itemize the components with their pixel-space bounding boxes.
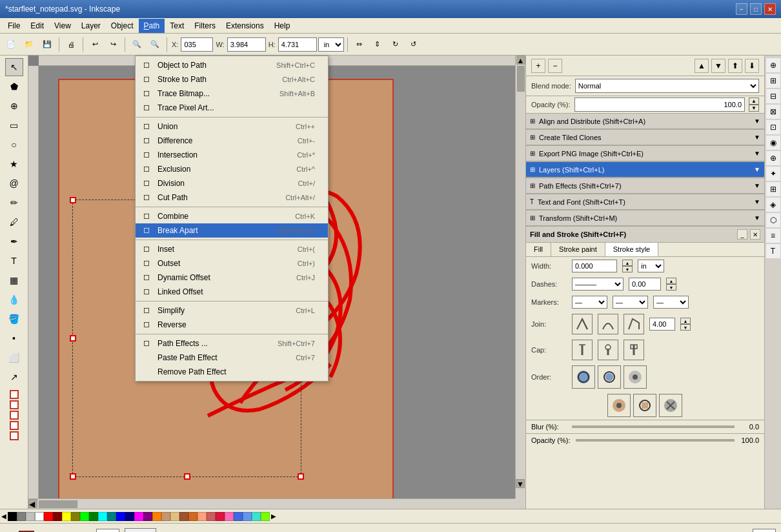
color-lawn-green[interactable] <box>261 512 270 521</box>
tab-stroke-paint[interactable]: Stroke paint <box>551 243 605 256</box>
join-spin-down[interactable]: ▼ <box>680 324 691 331</box>
snap-icon-11[interactable]: ⬡ <box>766 213 780 227</box>
save-button[interactable]: 💾 <box>39 36 56 53</box>
color-royal-blue[interactable] <box>234 512 243 521</box>
color-teal[interactable] <box>107 512 116 521</box>
menu-item-inset[interactable]: ◻ Inset Ctrl+( <box>136 242 328 256</box>
pen-tool[interactable]: 🖊 <box>5 213 23 231</box>
palette-scroll-right[interactable]: ▶ <box>270 511 278 521</box>
open-button[interactable]: 📁 <box>21 36 37 53</box>
fill-stroke-minimize[interactable]: _ <box>737 229 747 240</box>
paint-bucket-tool[interactable]: 🪣 <box>5 310 23 328</box>
dashes-value-input[interactable] <box>629 278 661 291</box>
lines-select[interactable]: -lines <box>125 528 156 533</box>
tab-fill[interactable]: Fill <box>526 243 551 256</box>
dashes-spin-up[interactable]: ▲ <box>666 278 676 284</box>
menu-item-remove-path-effect[interactable]: Remove Path Effect <box>136 365 328 379</box>
snap-icon-2[interactable]: ⊞ <box>766 74 780 88</box>
redo-button[interactable]: ↪ <box>105 36 121 53</box>
menu-item-reverse[interactable]: ◻ Reverse <box>136 318 328 332</box>
select-tool[interactable]: ↖ <box>5 58 23 76</box>
menu-item-cut-path[interactable]: ◻ Cut Path Ctrl+Alt+/ <box>136 190 328 205</box>
order-fill-stroke-button[interactable] <box>572 365 595 389</box>
sel-handle-br[interactable] <box>298 473 304 480</box>
eyedropper-tool[interactable]: 💧 <box>5 291 23 309</box>
canvas-scrollbar-vertical[interactable]: ▲ ▼ <box>515 56 525 498</box>
menu-item-outset[interactable]: ◻ Outset Ctrl+) <box>136 256 328 271</box>
opacity-input[interactable] <box>574 97 745 112</box>
gradient-tool[interactable]: ▦ <box>5 271 23 289</box>
color-green[interactable] <box>89 512 98 521</box>
color-blue[interactable] <box>116 512 125 521</box>
flip-v-button[interactable]: ⇕ <box>369 36 386 53</box>
snap-icon-4[interactable]: ⊠ <box>766 105 780 119</box>
layer-to-top-button[interactable]: ⬆ <box>728 59 742 73</box>
add-layer-button[interactable]: + <box>531 59 545 73</box>
rect-tool[interactable]: ▭ <box>5 116 23 134</box>
scroll-up-button[interactable]: ▲ <box>516 56 525 65</box>
print-button[interactable]: 🖨 <box>63 36 79 53</box>
tiled-clones-header[interactable]: ⊞ Create Tiled Clones ▼ <box>526 130 764 145</box>
menu-item-division[interactable]: ◻ Division Ctrl+/ <box>136 176 328 190</box>
text-tool[interactable]: T <box>5 252 23 270</box>
width-unit-select[interactable]: inpxmm <box>638 260 664 272</box>
markers-mid-select[interactable]: — <box>613 296 648 309</box>
menu-item-paste-path-effect[interactable]: Paste Path Effect Ctrl+7 <box>136 351 328 365</box>
menu-item-trace-pixel[interactable]: ◻ Trace Pixel Art... <box>136 101 328 115</box>
snap-icon-13[interactable]: T <box>766 244 780 258</box>
menu-view[interactable]: View <box>49 19 76 33</box>
menu-item-simplify[interactable]: ◻ Simplify Ctrl+L <box>136 303 328 318</box>
scroll-left-button[interactable]: ◀ <box>28 499 37 508</box>
palette-scroll-left[interactable]: ◀ <box>0 511 8 521</box>
menu-item-difference[interactable]: ◻ Difference Ctrl+- <box>136 134 328 148</box>
width-spin-down[interactable]: ▼ <box>622 266 633 272</box>
snap-icon-12[interactable]: ≡ <box>766 229 780 243</box>
spray-tool[interactable]: • <box>5 329 23 347</box>
color-cornflower[interactable] <box>243 512 252 521</box>
zoom-out-button[interactable]: 🔍 <box>147 36 163 53</box>
align-distribute-header[interactable]: ⊞ Align and Distribute (Shift+Ctrl+A) ▼ <box>526 114 764 129</box>
menu-text[interactable]: Text <box>165 19 189 33</box>
flip-h-button[interactable]: ⇔ <box>351 36 368 53</box>
menu-item-path-effects[interactable]: ◻ Path Effects ... Shift+Ctrl+7 <box>136 336 328 351</box>
color-lime[interactable] <box>80 512 89 521</box>
snap-icon-6[interactable]: ◉ <box>766 136 780 150</box>
opacity-bottom-slider[interactable] <box>576 439 735 442</box>
menu-item-stroke-to-path[interactable]: ◻ Stroke to Path Ctrl+Alt+C <box>136 72 328 87</box>
order-stroke-fill-button[interactable] <box>598 365 621 389</box>
color-sienna[interactable] <box>179 512 188 521</box>
path-effects-header[interactable]: ⊞ Path Effects (Shift+Ctrl+7) ▼ <box>526 178 764 194</box>
color-magenta[interactable] <box>134 512 143 521</box>
order-btn-4[interactable] <box>607 394 631 417</box>
opacity-down[interactable]: ▼ <box>749 105 759 112</box>
menu-layer[interactable]: Layer <box>76 19 106 33</box>
color-red[interactable] <box>44 512 53 521</box>
width-spin-up[interactable]: ▲ <box>622 260 633 266</box>
cap-round-button[interactable] <box>598 340 618 360</box>
snap-icon-7[interactable]: ⊕ <box>766 151 780 165</box>
color-black[interactable] <box>8 512 17 521</box>
sel-handle-ml[interactable] <box>70 335 76 342</box>
layers-header[interactable]: ⊞ Layers (Shift+Ctrl+L) ▼ <box>526 162 764 178</box>
connector-tool[interactable]: ↗ <box>5 368 23 386</box>
color-tan[interactable] <box>161 512 170 521</box>
eraser-tool[interactable]: ⬜ <box>5 349 23 367</box>
sel-handle-tl[interactable] <box>70 197 76 203</box>
canvas-scrollbar-horizontal[interactable]: ◀ <box>28 498 515 509</box>
menu-object[interactable]: Object <box>106 19 139 33</box>
color-navy[interactable] <box>125 512 134 521</box>
zoom-input[interactable]: 86% <box>753 529 776 533</box>
color-turquoise[interactable] <box>252 512 261 521</box>
color-salmon[interactable] <box>198 512 207 521</box>
markers-end-select[interactable]: — <box>653 296 689 309</box>
join-spin-up[interactable]: ▲ <box>680 318 691 324</box>
maximize-button[interactable]: □ <box>750 3 762 15</box>
spiral-tool[interactable]: @ <box>5 174 23 192</box>
menu-item-intersection[interactable]: ◻ Intersection Ctrl+* <box>136 148 328 162</box>
snap-icon-3[interactable]: ⊟ <box>766 89 780 103</box>
snap-icon-9[interactable]: ⊞ <box>766 182 780 196</box>
pencil-tool[interactable]: ✏ <box>5 194 23 212</box>
circle-tool[interactable]: ○ <box>5 136 23 154</box>
snap-icon-1[interactable]: ⊕ <box>766 58 780 72</box>
width-input[interactable] <box>572 260 617 272</box>
